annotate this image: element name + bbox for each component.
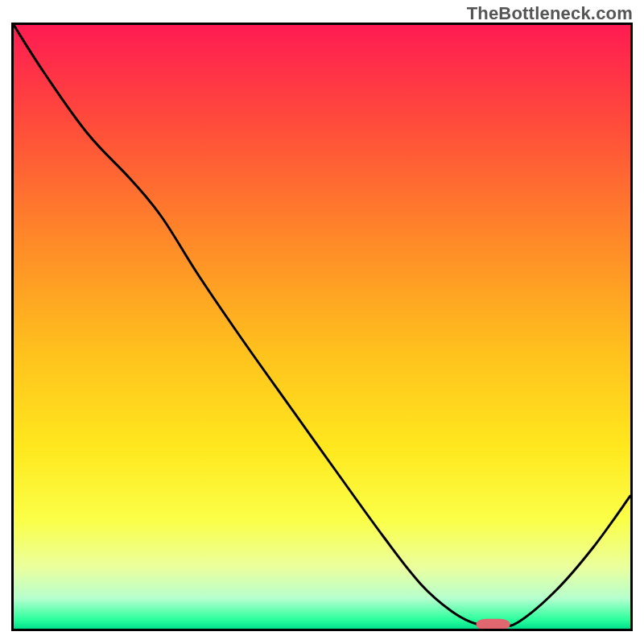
watermark-label: TheBottleneck.com — [467, 3, 633, 24]
chart-svg — [14, 25, 630, 629]
root-container: TheBottleneck.com — [0, 0, 644, 644]
chart-plot-area — [11, 23, 633, 631]
bottleneck-curve — [14, 25, 630, 626]
optimal-region-marker — [477, 619, 510, 629]
